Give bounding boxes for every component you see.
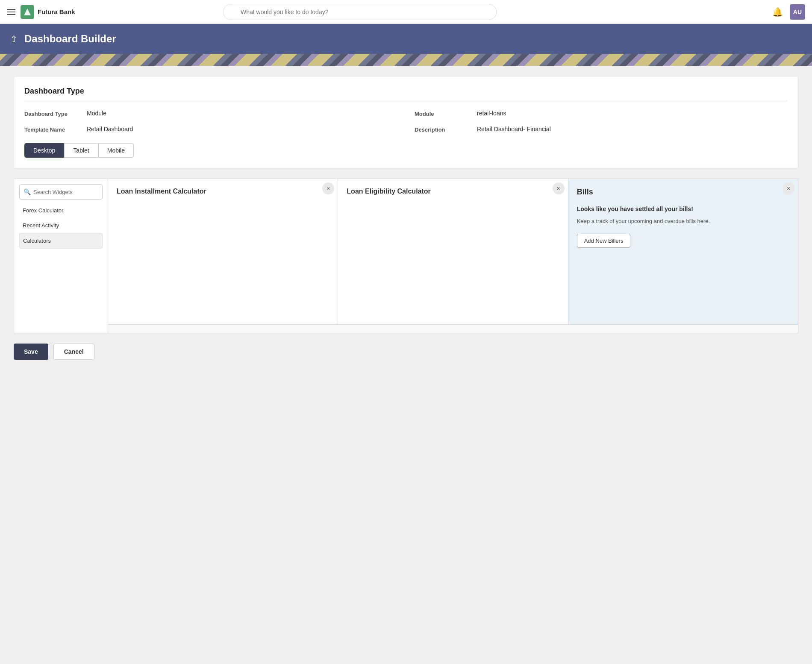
up-arrow-icon[interactable]: ⇧ — [10, 34, 18, 44]
field-description: Description Retail Dashboard- Financial — [415, 126, 788, 133]
section-title: Dashboard Type — [24, 87, 788, 101]
page-header: ⇧ Dashboard Builder — [0, 24, 812, 54]
widget-sidebar: 🔍 Forex Calculator Recent Activity Calcu… — [14, 179, 108, 333]
main-content: Dashboard Type Dashboard Type Module Mod… — [0, 66, 812, 664]
tab-desktop[interactable]: Desktop — [24, 143, 64, 158]
decorative-stripe — [0, 54, 812, 66]
device-tabs: Desktop Tablet Mobile — [24, 143, 788, 158]
module-label: Module — [415, 110, 470, 117]
builder-area: 🔍 Forex Calculator Recent Activity Calcu… — [14, 179, 798, 333]
canvas-bottom-bar — [108, 324, 798, 333]
tab-tablet[interactable]: Tablet — [64, 143, 98, 158]
field-module: Module retail-loans — [415, 110, 788, 117]
widget-item-calculators[interactable]: Calculators — [19, 233, 103, 249]
add-billers-button[interactable]: Add New Billers — [577, 234, 631, 248]
widget-loan-install-title: Loan Installment Calculator — [108, 179, 338, 200]
avatar[interactable]: AU — [790, 4, 805, 20]
search-container: 🔍 — [223, 4, 497, 20]
cancel-button[interactable]: Cancel — [53, 344, 94, 360]
page-title: Dashboard Builder — [24, 33, 116, 45]
search-widgets-input[interactable] — [19, 184, 103, 200]
field-dashboard-type: Dashboard Type Module — [24, 110, 397, 117]
field-template-name: Template Name Retail Dashboard — [24, 126, 397, 133]
widget-bills-message: Looks like you have settled all your bil… — [577, 205, 789, 214]
widget-close-bills[interactable]: × — [783, 182, 794, 194]
search-widgets-icon: 🔍 — [24, 188, 31, 195]
logo-icon — [21, 5, 34, 19]
topnav: Futura Bank 🔍 🔔 AU — [0, 0, 812, 24]
bell-icon[interactable]: 🔔 — [772, 7, 783, 17]
widget-bills-title: Bills — [577, 188, 789, 197]
widget-bills: × Bills Looks like you have settled all … — [568, 179, 798, 324]
dashboard-type-value: Module — [87, 110, 106, 117]
topnav-right: 🔔 AU — [772, 4, 805, 20]
dashboard-type-label: Dashboard Type — [24, 110, 80, 117]
module-value: retail-loans — [477, 110, 506, 117]
main-search-input[interactable] — [223, 4, 497, 20]
widget-cell-bills: × Bills Looks like you have settled all … — [568, 179, 798, 324]
save-button[interactable]: Save — [14, 344, 48, 360]
action-buttons: Save Cancel — [14, 344, 798, 360]
widget-loan-elig-title: Loan Eligibility Calculator — [338, 179, 568, 200]
widget-close-loan-elig[interactable]: × — [553, 182, 565, 194]
template-name-value: Retail Dashboard — [87, 126, 133, 132]
search-widgets-wrapper: 🔍 — [19, 184, 103, 200]
widget-item-recent-activity[interactable]: Recent Activity — [19, 218, 103, 233]
widget-row: × Loan Installment Calculator × Loan Eli… — [108, 179, 798, 324]
logo-text: Futura Bank — [38, 8, 75, 15]
widget-item-forex-calculator[interactable]: Forex Calculator — [19, 203, 103, 218]
form-grid: Dashboard Type Module Module retail-loan… — [24, 110, 788, 133]
template-name-label: Template Name — [24, 126, 80, 133]
description-value: Retail Dashboard- Financial — [477, 126, 551, 132]
dashboard-type-section: Dashboard Type Dashboard Type Module Mod… — [14, 76, 798, 168]
widget-bills-sub: Keep a track of your upcoming and overdu… — [577, 217, 789, 226]
widget-cell-loan-elig: × Loan Eligibility Calculator — [338, 179, 568, 324]
logo-link[interactable]: Futura Bank — [21, 5, 75, 19]
description-label: Description — [415, 126, 470, 133]
widget-cell-loan-install: × Loan Installment Calculator — [108, 179, 338, 324]
tab-mobile[interactable]: Mobile — [98, 143, 134, 158]
widget-canvas: × Loan Installment Calculator × Loan Eli… — [108, 179, 798, 333]
hamburger-menu[interactable] — [7, 9, 15, 15]
